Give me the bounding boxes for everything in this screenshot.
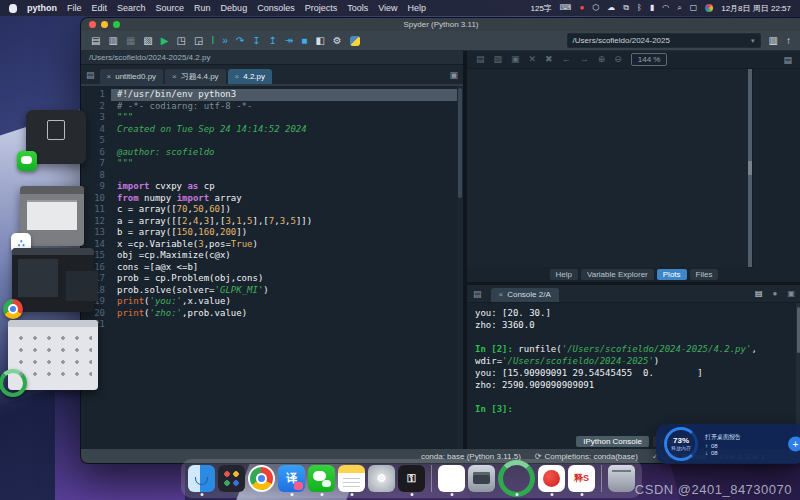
code-line-18[interactable]: 18prob.solve(solver='GLPK_MI') [81, 285, 463, 297]
new-console-icon[interactable]: ▤ [755, 289, 763, 298]
dock-icon-keychain[interactable]: ⚿ [398, 465, 425, 492]
code-line-17[interactable]: 17prob = cp.Problem(obj,cons) [81, 273, 463, 285]
zoom-out-icon[interactable]: ⊖ [614, 55, 622, 64]
code-line-9[interactable]: 9import cvxpy as cp [81, 181, 463, 193]
plots-splitter[interactable] [748, 69, 752, 267]
window-titlebar[interactable]: Spyder (Python 3.11) [81, 18, 800, 31]
code-line-2[interactable]: 2# -*- codiarng: utf-8 -*- [81, 101, 463, 113]
code-line-21[interactable]: 21 [81, 319, 463, 331]
plots-options-menu-icon[interactable]: ▤ [783, 55, 792, 65]
plots-zoom-level[interactable]: 144 % [631, 53, 668, 66]
menu-item-debug[interactable]: Debug [221, 3, 248, 13]
code-line-3[interactable]: 3""" [81, 112, 463, 124]
desktop-report-link[interactable]: 打开桌面报告 [705, 433, 741, 442]
code-line-15[interactable]: 15obj =cp.Maximize(c@x) [81, 250, 463, 262]
interrupt-kernel-icon[interactable]: ● [773, 289, 778, 298]
code-line-11[interactable]: 11c = array([70,50,60]) [81, 204, 463, 216]
menu-item-edit[interactable]: Edit [92, 3, 108, 13]
minimize-window-button[interactable] [101, 21, 108, 28]
battery-icon[interactable]: ▮ [650, 4, 654, 12]
close-tab-icon[interactable]: × [107, 72, 112, 81]
zoom-in-icon[interactable]: ⊕ [598, 55, 606, 64]
menu-item-help[interactable]: Help [408, 3, 427, 13]
ipython-console[interactable]: you: [20. 30.]zho: 3360.0In [2]: runfile… [467, 303, 800, 434]
plots-canvas[interactable] [467, 69, 748, 267]
next-plot-icon[interactable]: → [580, 55, 589, 64]
code-line-8[interactable]: 8 [81, 170, 463, 182]
close-console-icon[interactable]: × [499, 290, 504, 299]
dock-icon-greenring[interactable] [498, 460, 535, 497]
editor-scrollbar[interactable] [457, 86, 463, 449]
active-app-menu[interactable]: python [27, 3, 57, 13]
code-line-7[interactable]: 7""" [81, 158, 463, 170]
pane-tab-plots[interactable]: Plots [657, 269, 687, 280]
code-line-20[interactable]: 20print('zho:',prob.value) [81, 308, 463, 320]
dock-icon-chrome[interactable] [248, 465, 275, 492]
code-line-6[interactable]: 6@author: scofieldo [81, 147, 463, 159]
browse-tabs-icon[interactable]: ▤ [86, 70, 95, 80]
dock-icon-cloudapp[interactable]: ∴ [438, 465, 465, 492]
memory-gauge[interactable]: 73% 释放内存 [664, 427, 698, 461]
dock-icon-settings[interactable]: ⚙ [368, 465, 395, 492]
close-tab-icon[interactable]: × [172, 72, 177, 81]
close-tab-icon[interactable]: × [235, 72, 240, 81]
zoom-window-button[interactable] [113, 21, 120, 28]
add-button[interactable]: + [788, 437, 800, 452]
cloud-icon[interactable]: ☁ [607, 4, 615, 12]
dock-icon-finder[interactable] [188, 465, 215, 492]
save-icon[interactable]: ▦ [126, 36, 135, 46]
menu-item-tools[interactable]: Tools [347, 3, 368, 13]
tab-options-icon[interactable]: ▣ [449, 70, 458, 80]
wifi-icon[interactable]: ◠ [662, 4, 669, 12]
editor-tab-4.2.py[interactable]: ×4.2.py [228, 69, 272, 84]
editor-tab-习题4.4.py[interactable]: ×习题4.4.py [165, 69, 225, 84]
console-tab[interactable]: × Console 2/A [491, 288, 559, 302]
menu-item-consoles[interactable]: Consoles [257, 3, 295, 13]
pane-tab-variable-explorer[interactable]: Variable Explorer [581, 269, 654, 280]
run-cell-icon[interactable]: ◳ [177, 36, 186, 46]
remove-all-plots-icon[interactable]: ✖ [545, 55, 553, 64]
bottom-tab-ipython-console[interactable]: IPython Console [576, 436, 649, 447]
run-icon[interactable]: ▶ [161, 36, 169, 46]
menu-item-view[interactable]: View [378, 3, 397, 13]
code-line-1[interactable]: 1#!/usr/bin/env python3 [81, 89, 463, 101]
run-selection-icon[interactable]: I [211, 36, 214, 46]
working-directory-combobox[interactable]: /Users/scofieldo/2024-2025 ▾ [567, 33, 761, 48]
remove-plot-icon[interactable]: ✕ [529, 55, 537, 64]
save-all-icon[interactable]: ▧ [143, 36, 152, 46]
dock-icon-translate[interactable]: 译 [278, 465, 305, 492]
console-scrollbar[interactable] [796, 303, 800, 434]
menu-item-file[interactable]: File [67, 3, 82, 13]
menu-item-run[interactable]: Run [194, 3, 211, 13]
browse-console-tabs-icon[interactable]: ▤ [473, 289, 482, 299]
scrollbar-handle[interactable] [458, 88, 462, 198]
browse-directory-icon[interactable]: ▥ [769, 35, 778, 46]
continue-icon[interactable]: ↠ [285, 36, 293, 46]
dock-icon-notes[interactable] [338, 465, 365, 492]
code-line-5[interactable]: 5 [81, 135, 463, 147]
display-icon[interactable]: ▢ [690, 4, 698, 12]
search-icon[interactable]: ⌕ [677, 4, 681, 12]
menu-item-projects[interactable]: Projects [305, 3, 338, 13]
run-cell-advance-icon[interactable]: ◲ [194, 36, 203, 46]
dock-icon-trash[interactable] [608, 465, 635, 492]
code-line-13[interactable]: 13b = array([150,160,200]) [81, 227, 463, 239]
code-line-12[interactable]: 12a = array([[2,4,3],[3,1,5],[7,3,5]]) [81, 216, 463, 228]
shapes-icon[interactable]: ⬡ [592, 4, 599, 12]
apple-menu-icon[interactable] [9, 4, 17, 13]
pane-tab-help[interactable]: Help [550, 269, 578, 280]
step-into-icon[interactable]: ↧ [252, 36, 260, 46]
record-icon[interactable]: ● [579, 4, 584, 12]
dock-icon-launchpad[interactable] [218, 465, 245, 492]
color-dot-icon[interactable]: ● [705, 4, 713, 12]
open-file-icon[interactable]: ▥ [108, 36, 117, 46]
plots-thumbnail-column[interactable] [752, 69, 800, 267]
pane-tab-files[interactable]: Files [690, 269, 719, 280]
dock-icon-apple-red[interactable] [538, 465, 565, 492]
code-line-14[interactable]: 14x =cp.Variable(3,pos=True) [81, 239, 463, 251]
save-plot-icon[interactable]: ▤ [476, 55, 485, 64]
copy-plot-icon[interactable]: ▣ [511, 55, 520, 64]
preferences-wrench-icon[interactable]: ⚙ [333, 36, 342, 46]
code-line-16[interactable]: 16cons =[a@x <=b] [81, 262, 463, 274]
pythonpath-icon[interactable] [350, 36, 360, 46]
